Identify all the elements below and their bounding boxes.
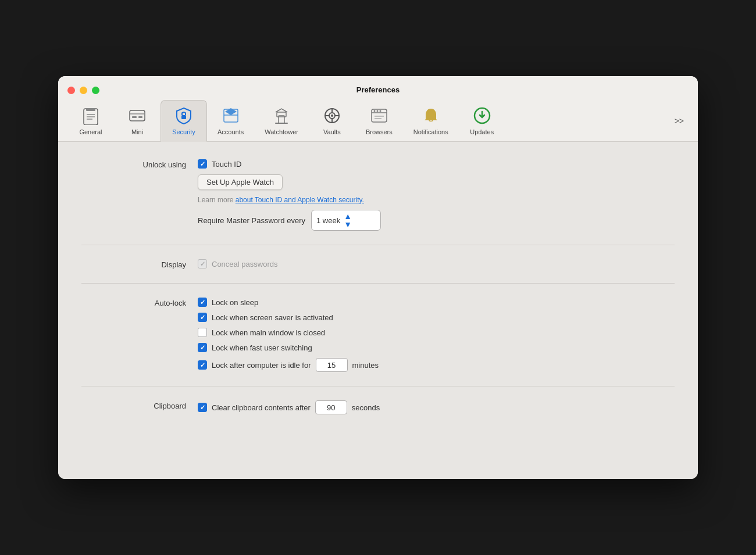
lock-on-sleep-label: Lock on sleep bbox=[212, 298, 258, 307]
lock-idle-checkbox[interactable] bbox=[198, 360, 207, 370]
mini-icon bbox=[127, 105, 148, 126]
minimize-button[interactable] bbox=[80, 87, 87, 94]
lock-idle-row: Lock after computer is idle for minutes bbox=[198, 358, 675, 372]
tab-notifications[interactable]: Notifications bbox=[403, 101, 459, 141]
divider-1 bbox=[81, 245, 675, 245]
tab-general-label: General bbox=[79, 128, 102, 135]
display-label: Display bbox=[81, 259, 198, 269]
accounts-icon bbox=[220, 105, 241, 126]
display-content: Conceal passwords bbox=[198, 259, 675, 268]
tab-browsers[interactable]: Browsers bbox=[355, 101, 403, 141]
svg-rect-1 bbox=[86, 108, 95, 111]
tab-security[interactable]: Security bbox=[161, 100, 207, 142]
svg-point-26 bbox=[376, 110, 378, 112]
toolbar: General Mini Se bbox=[58, 94, 698, 142]
touch-id-checkbox[interactable] bbox=[198, 159, 207, 169]
window-title: Preferences bbox=[356, 85, 400, 94]
lock-on-sleep-checkbox[interactable] bbox=[198, 298, 207, 307]
touch-id-row: Touch ID bbox=[198, 159, 675, 169]
master-password-label: Require Master Password every bbox=[198, 216, 305, 225]
svg-point-22 bbox=[331, 114, 333, 117]
lock-screen-saver-checkbox[interactable] bbox=[198, 313, 207, 322]
svg-rect-15 bbox=[275, 123, 288, 124]
tab-vaults-label: Vaults bbox=[323, 128, 341, 135]
clipboard-label: Clipboard bbox=[81, 400, 198, 410]
master-password-select[interactable]: 1 week ▲▼ bbox=[311, 210, 381, 231]
vaults-icon bbox=[322, 105, 343, 126]
unlock-content: Touch ID Set Up Apple Watch Learn more a… bbox=[198, 159, 675, 231]
divider-2 bbox=[81, 283, 675, 284]
lock-idle-label: Lock after computer is idle for bbox=[212, 361, 311, 370]
svg-rect-5 bbox=[130, 110, 145, 121]
tab-accounts-label: Accounts bbox=[217, 128, 244, 135]
unlock-label: Unlock using bbox=[81, 159, 198, 169]
browsers-icon bbox=[369, 105, 390, 126]
tab-updates[interactable]: Updates bbox=[459, 101, 505, 141]
tab-security-label: Security bbox=[172, 128, 195, 135]
master-password-row: Require Master Password every 1 week ▲▼ bbox=[198, 210, 675, 231]
lock-main-window-checkbox[interactable] bbox=[198, 328, 207, 337]
autolock-label: Auto-lock bbox=[81, 298, 198, 307]
watchtower-icon bbox=[271, 105, 292, 126]
lock-fast-user-row: Lock when fast user switching bbox=[198, 343, 675, 352]
divider-3 bbox=[81, 386, 675, 386]
learn-more-section: Learn more about Touch ID and Apple Watc… bbox=[198, 196, 675, 204]
lock-screen-saver-label: Lock when screen saver is activated bbox=[212, 313, 333, 322]
close-button[interactable] bbox=[67, 87, 75, 94]
clipboard-section: Clipboard Clear clipboard contents after… bbox=[81, 400, 675, 414]
svg-point-25 bbox=[373, 110, 375, 112]
titlebar: Preferences bbox=[58, 76, 698, 94]
select-arrows-icon: ▲▼ bbox=[344, 212, 352, 228]
updates-icon bbox=[472, 105, 493, 126]
conceal-passwords-row: Conceal passwords bbox=[198, 259, 675, 268]
clipboard-content: Clear clipboard contents after seconds bbox=[198, 400, 675, 414]
display-section: Display Conceal passwords bbox=[81, 259, 675, 269]
notifications-icon bbox=[420, 105, 441, 126]
master-password-value: 1 week bbox=[316, 216, 340, 225]
tab-browsers-label: Browsers bbox=[366, 128, 393, 135]
tab-mini-label: Mini bbox=[131, 128, 143, 135]
lock-main-window-label: Lock when main window is closed bbox=[212, 328, 325, 337]
tab-vaults[interactable]: Vaults bbox=[309, 101, 355, 141]
autolock-content: Lock on sleep Lock when screen saver is … bbox=[198, 298, 675, 372]
clipboard-seconds-input[interactable] bbox=[315, 400, 347, 414]
tab-general[interactable]: General bbox=[67, 101, 114, 141]
maximize-button[interactable] bbox=[92, 87, 99, 94]
lock-main-window-row: Lock when main window is closed bbox=[198, 328, 675, 337]
lock-idle-input[interactable] bbox=[316, 358, 348, 372]
lock-fast-user-checkbox[interactable] bbox=[198, 343, 207, 352]
learn-more-link[interactable]: about Touch ID and Apple Watch security. bbox=[236, 196, 364, 204]
tab-notifications-label: Notifications bbox=[413, 128, 448, 135]
general-icon bbox=[80, 105, 101, 126]
lock-idle-suffix: minutes bbox=[352, 361, 379, 370]
autolock-section: Auto-lock Lock on sleep Lock when screen… bbox=[81, 298, 675, 372]
security-icon bbox=[173, 105, 194, 126]
toolbar-more-button[interactable]: >> bbox=[670, 114, 689, 128]
tab-mini[interactable]: Mini bbox=[114, 101, 161, 141]
lock-screen-saver-row: Lock when screen saver is activated bbox=[198, 313, 675, 322]
conceal-passwords-label: Conceal passwords bbox=[212, 260, 277, 268]
clear-clipboard-checkbox[interactable] bbox=[198, 403, 207, 412]
window-controls bbox=[67, 87, 99, 94]
tab-watchtower-label: Watchtower bbox=[265, 128, 298, 135]
svg-rect-8 bbox=[138, 116, 142, 118]
touch-id-label: Touch ID bbox=[212, 160, 241, 169]
tab-watchtower[interactable]: Watchtower bbox=[254, 101, 309, 141]
clear-clipboard-label: Clear clipboard contents after bbox=[212, 403, 311, 412]
tab-accounts[interactable]: Accounts bbox=[207, 101, 254, 141]
unlock-section: Unlock using Touch ID Set Up Apple Watch… bbox=[81, 159, 675, 231]
tab-updates-label: Updates bbox=[470, 128, 494, 135]
learn-more-prefix: Learn more bbox=[198, 196, 236, 204]
settings-content: Unlock using Touch ID Set Up Apple Watch… bbox=[58, 142, 698, 479]
conceal-passwords-checkbox[interactable] bbox=[198, 259, 207, 268]
setup-apple-watch-button[interactable]: Set Up Apple Watch bbox=[198, 174, 283, 190]
svg-rect-9 bbox=[181, 115, 186, 119]
lock-on-sleep-row: Lock on sleep bbox=[198, 298, 675, 307]
svg-rect-7 bbox=[132, 116, 137, 118]
clear-clipboard-row: Clear clipboard contents after seconds bbox=[198, 400, 675, 414]
svg-point-27 bbox=[379, 110, 381, 112]
clipboard-suffix: seconds bbox=[352, 403, 380, 412]
preferences-window: Preferences General bbox=[58, 76, 698, 479]
lock-fast-user-label: Lock when fast user switching bbox=[212, 343, 312, 352]
